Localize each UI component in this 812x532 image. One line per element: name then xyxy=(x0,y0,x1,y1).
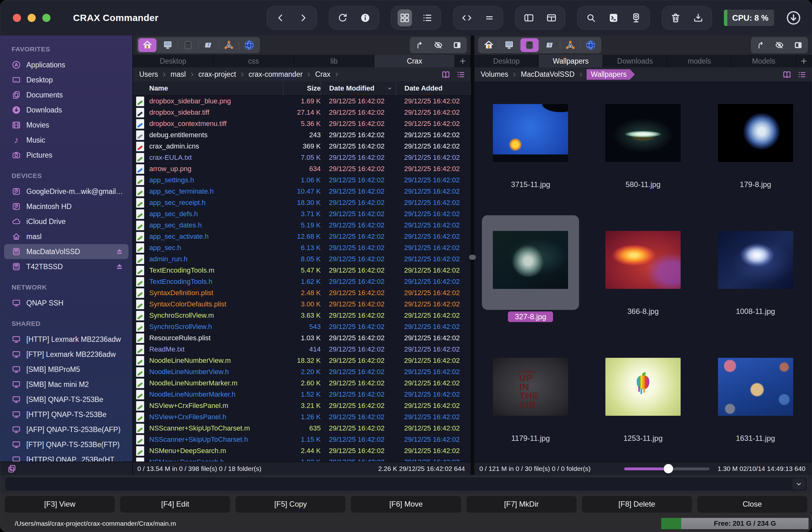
search-button[interactable] xyxy=(584,10,598,26)
pane-splitter[interactable] xyxy=(470,35,474,461)
fkey-f8-delete[interactable]: [F8] Delete xyxy=(582,496,692,513)
table-row[interactable]: app_sec_terminate.h10.47 K29/12/25 16:42… xyxy=(133,186,470,197)
sidebar-item-desktop[interactable]: Desktop xyxy=(4,72,129,87)
sidebar-item-smb-mbprom5[interactable]: [SMB] MBProM5 xyxy=(4,362,129,377)
table-row[interactable]: TextEncodingTools.m5.47 K29/12/25 16:42:… xyxy=(133,265,470,276)
eject-icon[interactable] xyxy=(115,247,124,256)
sidebar-item-macdatavolssd[interactable]: MacDataVolSSD xyxy=(4,244,129,259)
list-small-icon[interactable] xyxy=(456,70,466,79)
drive-globe[interactable] xyxy=(582,38,600,52)
maximize-panel-icon[interactable] xyxy=(794,41,803,50)
sidebar-item-https-qnap-253be-https[interactable]: [HTTPS] QNAP...253Be(HTTPS) xyxy=(4,452,129,461)
wallpaper-item[interactable]: 366-8.jpg xyxy=(587,208,699,335)
table-row[interactable]: NoodleLineNumberMarker.h1.52 K29/12/25 1… xyxy=(133,389,470,400)
downloads-button[interactable] xyxy=(783,8,803,28)
close-window-button[interactable] xyxy=(13,14,21,22)
wallpaper-item[interactable]: 1631-11.jpg xyxy=(699,335,812,461)
tab-wallpapers[interactable]: Wallpapers xyxy=(539,55,603,68)
terminal-button[interactable] xyxy=(606,10,621,26)
table-row[interactable]: dropbox_sidebar.tiff27.14 K29/12/25 16:4… xyxy=(133,107,470,118)
tab-models[interactable]: Models xyxy=(732,55,796,68)
book-icon[interactable] xyxy=(782,70,792,79)
drive-globe[interactable] xyxy=(240,38,258,52)
connect-server-button[interactable] xyxy=(629,10,643,26)
table-row[interactable]: dropbox_contextmenu.tiff5.36 K29/12/25 1… xyxy=(133,118,470,129)
tab-downloads[interactable]: Downloads xyxy=(603,55,667,68)
table-row[interactable]: NoodleLineNumberView.m18.32 K29/12/25 16… xyxy=(133,355,470,366)
table-row[interactable]: app_sec_receipt.h18.30 K29/12/25 16:42:0… xyxy=(133,197,470,208)
list-small-icon[interactable] xyxy=(797,70,807,79)
breadcrumb-segment[interactable]: crax-commander xyxy=(247,70,304,79)
maximize-panel-icon[interactable] xyxy=(452,41,462,50)
table-row[interactable]: NSView+CrxFilesPanel.h1.26 K29/12/25 16:… xyxy=(133,411,470,423)
sidebar-item-pictures[interactable]: Pictures xyxy=(4,148,129,163)
sidebar-item-movies[interactable]: Movies xyxy=(4,118,129,133)
table-row[interactable]: admin_run.h8.05 K29/12/25 16:42:0229/12/… xyxy=(133,253,470,265)
sidebar-item-googledrive-m-wik-gmail-com[interactable]: GoogleDrive-m...wik@gmail.com xyxy=(4,184,129,199)
table-row[interactable]: app_sec_dates.h5.19 K29/12/25 16:42:0229… xyxy=(133,220,470,231)
back-button[interactable] xyxy=(273,10,288,26)
eject-icon[interactable] xyxy=(115,262,124,271)
wallpaper-item[interactable]: 327-8.jpg xyxy=(474,208,587,335)
drive-home[interactable] xyxy=(138,38,157,52)
sidebar-item-macintosh-hd[interactable]: Macintosh HD xyxy=(4,199,129,214)
table-row[interactable]: NoodleLineNumberMarker.m2.60 K29/12/25 1… xyxy=(133,378,470,389)
fkey-close[interactable]: Close xyxy=(697,496,807,513)
tab-models[interactable]: models xyxy=(667,55,732,68)
tab-css[interactable]: css xyxy=(214,55,294,68)
new-tab-button[interactable] xyxy=(796,55,812,68)
table-row[interactable]: crax_admin.icns369 K29/12/25 16:42:0229/… xyxy=(133,141,470,152)
equalize-panels-button[interactable] xyxy=(482,10,497,26)
breadcrumb-segment[interactable]: MacDataVolSSD xyxy=(520,70,576,79)
sidebar-item-afp-qnap-ts-253be-afp[interactable]: [AFP] QNAP-TS-253Be(AFP) xyxy=(4,422,129,437)
sidebar-item-smb-mac-mini-m2[interactable]: [SMB] Mac mini M2 xyxy=(4,377,129,392)
sidebar-item-ftp-lexmark-mb2236adw[interactable]: [FTP] Lexmark MB2236adw xyxy=(4,347,129,362)
table-row[interactable]: NSScanner+SkipUpToCharset.h1.15 K29/12/2… xyxy=(133,434,470,445)
up-arrow-icon[interactable] xyxy=(415,41,424,50)
table-row[interactable]: app_settings.h1.06 K29/12/25 16:42:0229/… xyxy=(133,175,470,186)
table-row[interactable]: ReadMe.txt41429/12/25 16:42:0229/12/25 1… xyxy=(133,344,470,355)
breadcrumb-segment[interactable]: Users xyxy=(138,70,159,79)
minimize-window-button[interactable] xyxy=(28,14,36,22)
drive-network[interactable] xyxy=(220,38,238,52)
table-row[interactable]: crax-EULA.txt7.05 K29/12/25 16:42:0229/1… xyxy=(133,152,470,163)
table-row[interactable]: SynchroScrollView.h54329/12/25 16:42:022… xyxy=(133,321,470,332)
wallpaper-item[interactable]: 3715-11.jpg xyxy=(474,82,587,208)
sidebar-item-qnap-ssh[interactable]: QNAP SSH xyxy=(4,295,129,310)
fkey-f4-edit[interactable]: [F4] Edit xyxy=(120,496,230,513)
table-row[interactable]: NSMenu+DeepSearch.m2.44 K29/12/25 16:42:… xyxy=(133,445,470,457)
table-row[interactable]: TextEncodingTools.h1.62 K29/12/25 16:42:… xyxy=(133,276,470,287)
hidden-files-icon[interactable] xyxy=(434,41,443,50)
sidebar-item-smb-qnap-ts-253be[interactable]: [SMB] QNAP-TS-253Be xyxy=(4,392,129,407)
forward-button[interactable] xyxy=(296,10,310,26)
breadcrumb-segment[interactable]: Volumes xyxy=(479,70,509,79)
drive-home[interactable] xyxy=(480,38,498,52)
drive-imac[interactable] xyxy=(159,38,177,52)
table-row[interactable]: SyntaxColorDefaults.plist3.00 K29/12/25 … xyxy=(133,299,470,310)
sidebar-item-downloads[interactable]: Downloads xyxy=(4,102,129,118)
sidebar-item-t42tbssd[interactable]: T42TBSSD xyxy=(4,259,129,274)
drive-thunderbolt[interactable] xyxy=(541,38,559,52)
archive-button[interactable] xyxy=(691,10,706,26)
horizontal-split-button[interactable] xyxy=(544,10,559,26)
tab-crax[interactable]: Crax xyxy=(374,55,455,68)
sidebar-item-icloud-drive[interactable]: iCloud Drive xyxy=(4,214,129,229)
column-date-modified[interactable]: Date Modified xyxy=(321,82,396,95)
sidebar-item-music[interactable]: ♪Music xyxy=(4,133,129,148)
trash-button[interactable] xyxy=(668,10,683,26)
wallpaper-item[interactable]: 1253-11.jpg xyxy=(587,335,699,461)
wallpaper-item[interactable]: 179-8.jpg xyxy=(699,82,812,208)
drive-thunderbolt[interactable] xyxy=(199,38,218,52)
table-row[interactable]: debug.entitlements24329/12/25 16:42:0229… xyxy=(133,129,470,141)
tab-lib[interactable]: lib xyxy=(294,55,375,68)
table-row[interactable]: app_sec_defs.h3.71 K29/12/25 16:42:0229/… xyxy=(133,208,470,220)
sidebar-item-http-lexmark-mb2236adw[interactable]: [HTTP] Lexmark MB2236adw xyxy=(4,332,129,347)
table-row[interactable]: NSView+CrxFilesPanel.m3.21 K29/12/25 16:… xyxy=(133,400,470,411)
tab-desktop[interactable]: Desktop xyxy=(474,55,539,68)
column-name[interactable]: Name xyxy=(136,82,283,95)
sidebar-item-ftp-qnap-ts-253be-ftp[interactable]: [FTP] QNAP-TS-253Be(FTP) xyxy=(4,437,129,452)
fkey-f6-move[interactable]: [F6] Move xyxy=(351,496,461,513)
fkey-f3-view[interactable]: [F3] View xyxy=(5,496,115,513)
command-history-button[interactable] xyxy=(792,478,806,490)
thumbnail-zoom-slider[interactable] xyxy=(624,464,710,473)
